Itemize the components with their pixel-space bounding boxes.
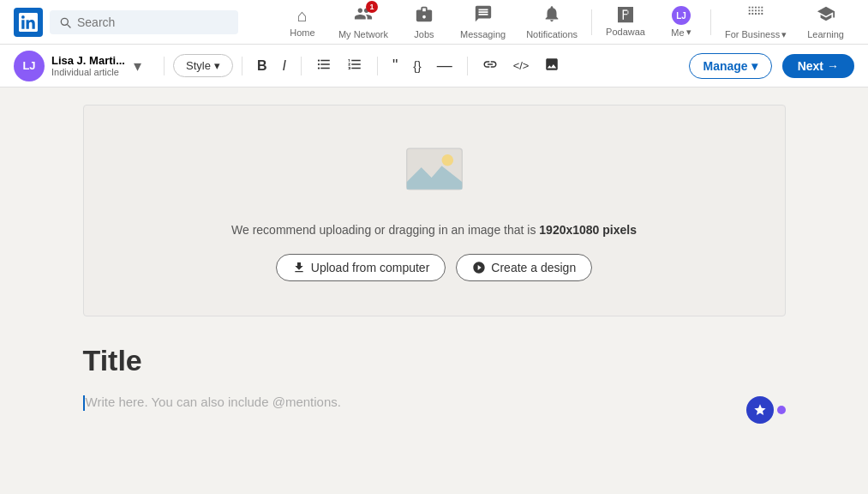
search-box[interactable] [50, 10, 238, 34]
messaging-label: Messaging [460, 29, 506, 39]
italic-button[interactable]: I [276, 54, 291, 78]
write-content[interactable]: Write here. You can also include @mentio… [83, 395, 739, 411]
toolbar-separator-2 [242, 57, 242, 75]
notifications-label: Notifications [526, 29, 578, 39]
blockquote-button[interactable]: " [386, 52, 404, 79]
network-badge: 1 [366, 1, 378, 13]
network-icon: 1 [354, 4, 373, 27]
network-label: My Network [338, 29, 388, 39]
author-info: LJ Lisa J. Marti... Individual article ▾ [14, 51, 141, 81]
podawaa-label: Podawaa [606, 27, 645, 37]
notifications-icon [542, 4, 561, 27]
for-business-label: For Business ▾ [725, 29, 787, 40]
author-subtitle: Individual article [51, 67, 125, 77]
upload-icon [292, 261, 306, 274]
linkedin-logo[interactable] [14, 8, 43, 37]
cover-upload-area: We recommend uploading or dragging in an… [83, 105, 786, 316]
cover-resolution: 1920x1080 pixels [539, 223, 637, 237]
home-icon: ⌂ [297, 6, 308, 26]
nav-item-home[interactable]: ⌂ Home [277, 1, 328, 43]
author-avatar: LJ [14, 51, 45, 81]
upload-computer-button[interactable]: Upload from computer [276, 254, 446, 281]
nav-items: ⌂ Home 1 My Network Jobs [277, 0, 854, 45]
nav-divider-1 [591, 9, 592, 35]
write-area: Write here. You can also include @mentio… [83, 395, 786, 424]
design-label: Create a design [491, 261, 576, 274]
ai-dot-indicator [777, 406, 786, 414]
author-name: Lisa J. Marti... [51, 54, 125, 67]
nav-item-for-business[interactable]: For Business ▾ [715, 0, 797, 45]
next-button[interactable]: Next → [782, 54, 854, 78]
nav-item-jobs[interactable]: Jobs [398, 0, 450, 45]
article-title: Title [83, 337, 786, 381]
learning-icon [817, 4, 835, 27]
ai-assist-button[interactable] [746, 396, 774, 424]
nav-item-me[interactable]: LJ Me ▾ [655, 1, 707, 43]
link-button[interactable] [476, 52, 504, 80]
cover-placeholder-icon [405, 140, 464, 209]
style-button[interactable]: Style ▾ [173, 54, 233, 77]
search-icon [58, 15, 72, 29]
navbar: ⌂ Home 1 My Network Jobs [0, 0, 868, 45]
editor-main: We recommend uploading or dragging in an… [83, 87, 786, 458]
cursor [83, 395, 85, 411]
me-avatar: LJ [672, 6, 691, 25]
manage-chevron-icon: ▾ [751, 59, 757, 73]
learning-label: Learning [807, 29, 844, 39]
ai-tools [746, 396, 786, 424]
unordered-list-button[interactable] [310, 52, 338, 80]
image-button[interactable] [538, 52, 566, 80]
code-button[interactable]: {} [407, 55, 427, 77]
nav-item-learning[interactable]: Learning [797, 0, 854, 45]
podawaa-icon: 🅿 [618, 7, 633, 25]
author-dropdown-icon[interactable]: ▾ [134, 57, 141, 75]
write-placeholder: Write here. You can also include @mentio… [86, 393, 341, 409]
author-text: Lisa J. Marti... Individual article [51, 54, 125, 77]
home-label: Home [290, 27, 314, 38]
toolbar-separator-3 [301, 57, 302, 75]
manage-button[interactable]: Manage ▾ [689, 53, 772, 79]
manage-label: Manage [703, 59, 748, 73]
nav-item-podawaa[interactable]: 🅿 Podawaa [596, 2, 655, 42]
svg-point-2 [441, 154, 453, 166]
ordered-list-button[interactable] [341, 52, 368, 80]
design-icon [472, 261, 486, 274]
create-design-button[interactable]: Create a design [456, 254, 592, 281]
style-chevron-icon: ▾ [214, 59, 220, 72]
article-title-display: Title [83, 337, 786, 395]
toolbar-separator-5 [467, 57, 468, 75]
bold-button[interactable]: B [251, 54, 273, 78]
code-embed-button[interactable]: </> [507, 55, 536, 76]
nav-item-my-network[interactable]: 1 My Network [328, 0, 398, 45]
next-label: Next [798, 59, 823, 73]
nav-item-messaging[interactable]: Messaging [450, 0, 516, 45]
for-business-icon [746, 4, 765, 27]
nav-item-notifications[interactable]: Notifications [516, 0, 588, 45]
jobs-icon [415, 4, 434, 27]
toolbar-separator-1 [164, 57, 165, 75]
cover-buttons: Upload from computer Create a design [276, 254, 592, 281]
toolbar-separator-4 [377, 57, 378, 75]
messaging-icon [474, 4, 493, 27]
me-label: Me ▾ [671, 27, 691, 38]
search-input[interactable] [77, 15, 230, 29]
divider-button[interactable]: — [431, 52, 458, 79]
next-arrow-icon: → [827, 59, 839, 73]
jobs-label: Jobs [414, 29, 434, 39]
style-label: Style [186, 59, 211, 72]
upload-label: Upload from computer [311, 261, 430, 274]
nav-divider-2 [710, 9, 711, 35]
editor-toolbar: LJ Lisa J. Marti... Individual article ▾… [0, 45, 868, 87]
cover-recommend-text: We recommend uploading or dragging in an… [231, 223, 637, 237]
